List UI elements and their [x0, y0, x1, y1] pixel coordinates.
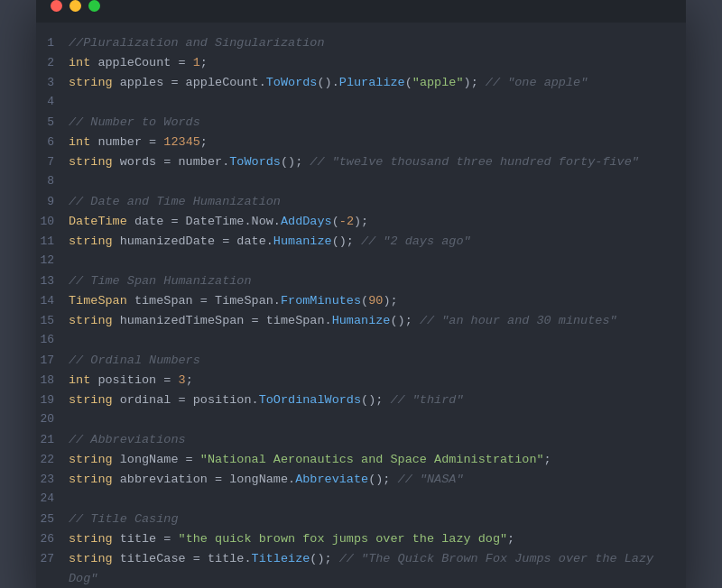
token-plain: ordinal = position. [113, 393, 259, 407]
token-comment: // "NASA" [398, 473, 464, 486]
line-number: 6 [36, 133, 69, 152]
token-plain: apples = appleCount. [113, 76, 266, 89]
line-number: 25 [36, 510, 69, 529]
line-number: 22 [36, 451, 69, 470]
token-type: int [69, 56, 90, 69]
code-line: 5// Number to Words [36, 113, 686, 133]
token-plain: ( [332, 215, 339, 228]
code-line: 23string abbreviation = longName.Abbrevi… [36, 470, 686, 490]
token-type: string [69, 314, 113, 327]
line-number: 1 [36, 34, 69, 53]
close-button[interactable] [51, 0, 62, 12]
code-line: 16 [36, 331, 686, 351]
line-content: DateTime date = DateTime.Now.AddDays(-2)… [69, 212, 671, 232]
line-content: int number = 12345; [69, 133, 671, 152]
token-plain: ( [361, 294, 368, 308]
token-plain: ); [354, 215, 368, 228]
token-number-lit: 3 [179, 373, 186, 387]
token-method: ToWords [266, 76, 318, 89]
code-line: 21// Abbreviations [36, 430, 686, 450]
token-comment: // Number to Words [69, 115, 200, 129]
line-content: string apples = appleCount.ToWords().Plu… [69, 73, 671, 93]
token-method: Humanize [332, 314, 391, 327]
token-plain: ); [383, 294, 397, 308]
line-content: string longName = "National Aeronautics … [69, 450, 671, 470]
token-type: string [69, 393, 113, 407]
token-plain: abbreviation = longName. [113, 473, 296, 486]
token-string: "apple" [412, 76, 464, 89]
token-plain: humanizedTimeSpan = timeSpan. [113, 314, 332, 327]
line-content: // Date and Time Humanization [69, 192, 671, 212]
code-line: 2int appleCount = 1; [36, 53, 686, 73]
line-number: 26 [36, 530, 69, 549]
code-window: 1//Pluralization and Singularization2int… [36, 0, 686, 588]
token-plain: words = number. [113, 155, 230, 169]
line-content: string abbreviation = longName.Abbreviat… [69, 470, 671, 490]
token-type: TimeSpan [69, 294, 127, 308]
token-plain: (); [310, 552, 338, 565]
token-comment: // Date and Time Humanization [69, 195, 281, 208]
line-number: 17 [36, 352, 69, 371]
token-plain: ; [200, 135, 208, 149]
token-method: Titleize [252, 552, 310, 565]
code-line: 13// Time Span Humanization [36, 271, 686, 291]
line-content: string titleCase = title.Titleize(); // … [69, 549, 671, 588]
titlebar [36, 0, 686, 23]
code-line: 25// Title Casing [36, 510, 686, 529]
token-plain: (). [317, 76, 338, 89]
line-number: 3 [36, 74, 69, 93]
token-comment: // Ordinal Numbers [69, 354, 200, 367]
line-number: 11 [36, 233, 69, 252]
line-number: 5 [36, 114, 69, 133]
line-number: 12 [36, 252, 69, 271]
token-method: FromMinutes [281, 294, 361, 308]
line-content: // Time Span Humanization [69, 271, 671, 291]
token-comment: // "2 days ago" [361, 234, 471, 248]
code-line: 20 [36, 410, 686, 430]
code-area: 1//Pluralization and Singularization2int… [36, 23, 686, 588]
token-type: string [69, 234, 113, 248]
code-line: 18int position = 3; [36, 371, 686, 390]
line-number: 14 [36, 292, 69, 311]
code-line: 10DateTime date = DateTime.Now.AddDays(-… [36, 212, 686, 232]
token-plain: ( [405, 76, 412, 89]
line-content: // Ordinal Numbers [69, 351, 671, 371]
token-string: "the quick brown fox jumps over the lazy… [179, 532, 508, 546]
code-line: 9// Date and Time Humanization [36, 192, 686, 212]
line-number: 16 [36, 331, 69, 350]
token-method: Abbreviate [295, 473, 368, 486]
code-line: 1//Pluralization and Singularization [36, 33, 686, 53]
token-type: string [69, 532, 113, 546]
token-type: string [69, 76, 113, 89]
token-plain: (); [368, 473, 397, 486]
token-plain: ); [464, 76, 486, 89]
token-plain: (); [332, 234, 361, 248]
token-plain: ; [544, 453, 551, 466]
code-line: 24 [36, 490, 686, 510]
minimize-button[interactable] [69, 0, 81, 12]
token-plain: ; [200, 56, 208, 69]
token-type: int [69, 373, 90, 387]
token-comment: // "twelve thousand three hundred forty-… [310, 155, 639, 169]
token-method: AddDays [281, 215, 332, 228]
token-plain: date = DateTime.Now. [127, 215, 281, 228]
line-content: string words = number.ToWords(); // "twe… [69, 152, 671, 172]
token-plain: ; [186, 373, 193, 387]
line-number: 4 [36, 93, 69, 112]
token-number-lit: -2 [339, 215, 354, 228]
maximize-button[interactable] [88, 0, 100, 12]
token-plain: (); [390, 314, 419, 327]
token-plain: number = [90, 135, 163, 149]
token-method: ToOrdinalWords [259, 393, 361, 407]
token-number-lit: 12345 [163, 135, 200, 149]
line-number: 13 [36, 272, 69, 291]
line-content: // Abbreviations [69, 430, 671, 450]
code-line: 8 [36, 172, 686, 192]
token-number-lit: 1 [193, 56, 200, 69]
line-number: 8 [36, 172, 69, 191]
token-type: string [69, 473, 113, 486]
token-plain: (); [361, 393, 390, 407]
line-number: 18 [36, 372, 69, 390]
line-number: 19 [36, 391, 69, 410]
code-line: 27string titleCase = title.Titleize(); /… [36, 549, 686, 588]
